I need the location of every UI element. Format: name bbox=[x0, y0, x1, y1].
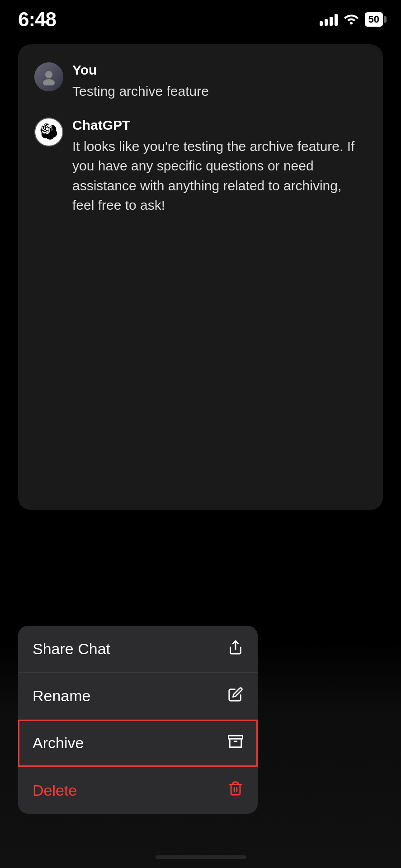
archive-label: Archive bbox=[33, 734, 84, 752]
gpt-avatar bbox=[34, 118, 63, 146]
rename-label: Rename bbox=[33, 687, 91, 705]
signal-icon bbox=[320, 13, 338, 26]
svg-rect-3 bbox=[228, 736, 242, 739]
chat-card: You Testing archive feature ChatGPT It l… bbox=[18, 44, 383, 510]
svg-point-1 bbox=[43, 79, 55, 85]
delete-label: Delete bbox=[33, 782, 77, 799]
user-message: You Testing archive feature bbox=[34, 62, 367, 101]
user-name: You bbox=[72, 62, 367, 78]
gpt-message-content: ChatGPT It looks like you're testing the… bbox=[72, 118, 367, 215]
user-message-content: You Testing archive feature bbox=[72, 62, 367, 101]
share-chat-menu-item[interactable]: Share Chat bbox=[18, 626, 258, 673]
user-message-text: Testing archive feature bbox=[72, 81, 367, 101]
user-avatar-image bbox=[34, 62, 63, 91]
gpt-message: ChatGPT It looks like you're testing the… bbox=[34, 118, 367, 215]
status-bar: 6:48 50 bbox=[0, 0, 401, 35]
context-menu: Share Chat Rename Archive bbox=[18, 626, 258, 814]
pencil-icon bbox=[228, 687, 243, 706]
share-icon bbox=[228, 640, 243, 659]
gpt-message-text: It looks like you're testing the archive… bbox=[72, 137, 367, 215]
archive-icon bbox=[228, 734, 243, 753]
user-avatar bbox=[34, 62, 63, 91]
trash-icon bbox=[228, 781, 243, 800]
gpt-name: ChatGPT bbox=[72, 118, 367, 133]
delete-menu-item[interactable]: Delete bbox=[18, 767, 258, 814]
wifi-icon bbox=[343, 12, 359, 28]
share-chat-label: Share Chat bbox=[33, 640, 110, 658]
svg-point-0 bbox=[45, 71, 52, 78]
status-icons: 50 bbox=[320, 12, 383, 28]
status-time: 6:48 bbox=[18, 8, 56, 31]
archive-menu-item[interactable]: Archive bbox=[18, 720, 258, 767]
rename-menu-item[interactable]: Rename bbox=[18, 673, 258, 720]
battery-indicator: 50 bbox=[365, 12, 383, 27]
